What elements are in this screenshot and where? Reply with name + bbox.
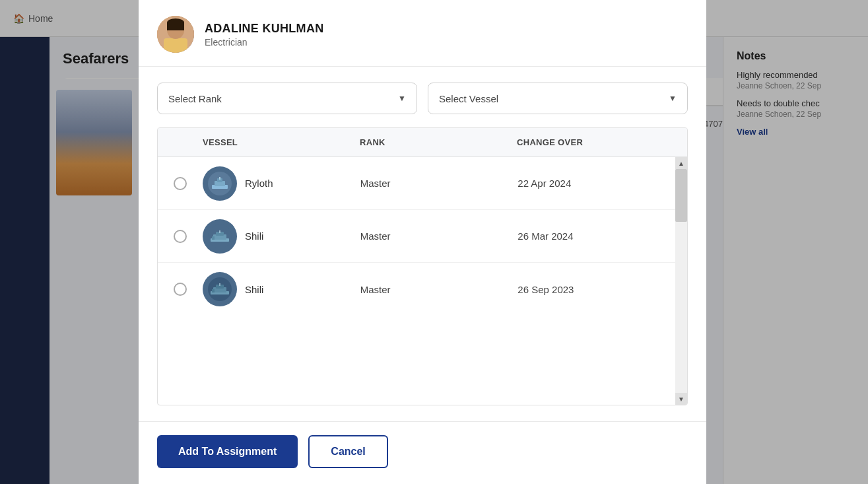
row-3-radio-cell[interactable] bbox=[163, 283, 197, 296]
svg-rect-14 bbox=[219, 230, 220, 233]
table-header: VESSEL RANK CHANGE OVER bbox=[158, 128, 687, 157]
svg-rect-20 bbox=[219, 283, 220, 286]
row-1-vessel-cell: Ryloth bbox=[197, 161, 355, 206]
modal-user-role: Electrician bbox=[205, 37, 323, 48]
avatar-face bbox=[157, 16, 194, 53]
row-1-changeover: 22 Apr 2024 bbox=[512, 172, 670, 194]
modal-header: ADALINE KUHLMAN Electrician bbox=[139, 0, 706, 67]
row-2-changeover: 26 Mar 2024 bbox=[512, 225, 670, 247]
table-header-select bbox=[163, 128, 197, 156]
svg-rect-21 bbox=[212, 289, 215, 293]
scrollbar-track: ▲ ▼ bbox=[675, 157, 687, 405]
table-row: Shili Master 26 Mar 2024 bbox=[158, 210, 675, 263]
table-header-vessel: VESSEL bbox=[197, 128, 354, 156]
scroll-down-arrow[interactable]: ▼ bbox=[675, 393, 687, 405]
avatar-image bbox=[157, 16, 194, 53]
svg-rect-4 bbox=[167, 22, 184, 30]
row-2-rank: Master bbox=[355, 225, 513, 247]
row-3-vessel-thumbnail bbox=[203, 272, 237, 306]
row-2-vessel-name: Shili bbox=[245, 230, 263, 242]
table-row: Shili Master 26 Sep 2023 bbox=[158, 263, 675, 316]
svg-rect-15 bbox=[212, 236, 215, 240]
row-3-vessel-name: Shili bbox=[245, 284, 263, 295]
row-1-vessel-thumbnail bbox=[203, 166, 237, 201]
row-2-radio[interactable] bbox=[174, 230, 187, 243]
row-1-radio[interactable] bbox=[174, 177, 187, 190]
rank-chevron-down-icon: ▼ bbox=[398, 94, 406, 103]
modal-user-name: ADALINE KUHLMAN bbox=[205, 22, 323, 36]
row-2-vessel-cell: Shili bbox=[197, 214, 355, 259]
vessel-select-label: Select Vessel bbox=[439, 93, 498, 104]
row-3-changeover: 26 Sep 2023 bbox=[512, 279, 670, 300]
modal-footer: Add To Assignment Cancel bbox=[139, 421, 706, 484]
assignments-table: VESSEL RANK CHANGE OVER bbox=[157, 127, 688, 405]
row-3-rank: Master bbox=[355, 279, 513, 300]
table-header-rank: RANK bbox=[354, 128, 512, 156]
rank-select-label: Select Rank bbox=[168, 93, 222, 104]
row-3-radio[interactable] bbox=[174, 283, 187, 296]
table-header-changeover: CHANGE OVER bbox=[512, 128, 669, 156]
table-row: Ryloth Master 22 Apr 2024 bbox=[158, 157, 675, 210]
scrollbar-thumb[interactable] bbox=[675, 169, 687, 222]
row-1-rank: Master bbox=[355, 172, 513, 194]
row-3-vessel-cell: Shili bbox=[197, 267, 355, 312]
vessel-chevron-down-icon: ▼ bbox=[669, 94, 677, 103]
user-avatar bbox=[157, 16, 194, 53]
scroll-up-arrow[interactable]: ▲ bbox=[675, 157, 687, 169]
row-1-radio-cell[interactable] bbox=[163, 177, 197, 190]
row-2-radio-cell[interactable] bbox=[163, 230, 197, 243]
add-to-assignment-button[interactable]: Add To Assignment bbox=[157, 435, 298, 468]
svg-rect-9 bbox=[219, 177, 220, 180]
modal-user-info: ADALINE KUHLMAN Electrician bbox=[205, 22, 323, 48]
svg-rect-1 bbox=[164, 38, 187, 53]
rank-select[interactable]: Select Rank ▼ bbox=[157, 83, 417, 114]
modal-body: Select Rank ▼ Select Vessel ▼ VESSEL RAN… bbox=[139, 67, 706, 421]
cancel-button[interactable]: Cancel bbox=[308, 435, 387, 468]
assignment-modal: ADALINE KUHLMAN Electrician Select Rank … bbox=[139, 0, 706, 484]
row-1-vessel-name: Ryloth bbox=[245, 178, 273, 189]
filters-row: Select Rank ▼ Select Vessel ▼ bbox=[157, 83, 688, 114]
vessel-select[interactable]: Select Vessel ▼ bbox=[428, 83, 688, 114]
row-2-vessel-thumbnail bbox=[203, 219, 237, 254]
